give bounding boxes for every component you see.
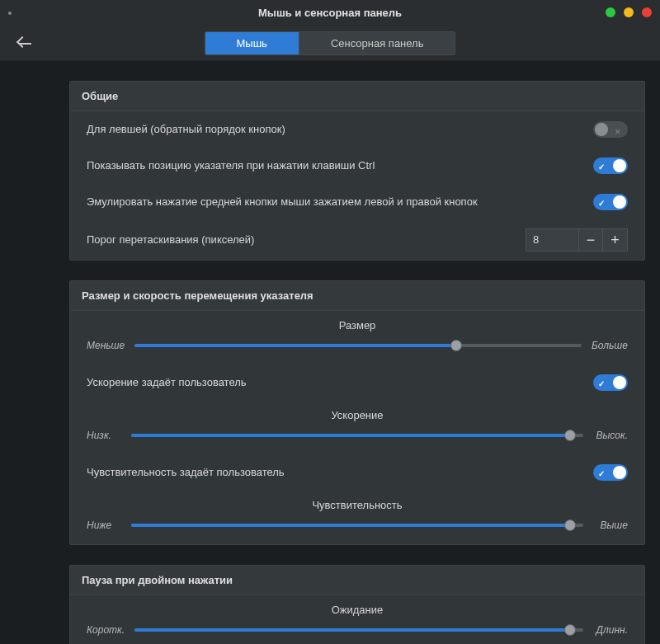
window-menu-icon[interactable] — [8, 12, 12, 15]
pointer-size-min-label: Меньше — [87, 340, 125, 351]
stepper-plus-button[interactable]: + — [603, 228, 628, 251]
toggle-on-icon — [598, 160, 605, 172]
pointer-accel-slider[interactable] — [131, 434, 583, 437]
settings-window: Мышь и сенсорная панель Мышь Сенсорная п… — [0, 0, 660, 644]
custom-sens-toggle[interactable] — [593, 464, 628, 481]
double-click-timeout-title: Ожидание — [87, 604, 628, 616]
section-general: Общие Для левшей (обратный порядок кнопо… — [69, 81, 645, 261]
block-double-click-timeout: Ожидание Коротк. Длинн. — [70, 595, 644, 644]
drag-threshold-stepper: 8 − + — [526, 228, 628, 251]
row-custom-sens: Чувствительность задаёт пользователь — [70, 454, 644, 491]
toggle-knob-icon — [613, 159, 626, 172]
content-area: Общие Для левшей (обратный порядок кнопо… — [0, 61, 660, 644]
slider-thumb-icon[interactable] — [564, 624, 576, 636]
pointer-size-title: Размер — [87, 319, 628, 331]
row-middle-click-emulate: Эмулировать нажатие средней кнопки мыши … — [70, 184, 644, 220]
back-arrow-icon — [16, 36, 28, 48]
close-button[interactable] — [642, 7, 652, 17]
section-general-header: Общие — [70, 82, 644, 111]
custom-sens-label: Чувствительность задаёт пользователь — [87, 465, 577, 480]
slider-fill — [134, 344, 456, 347]
toggle-off-icon — [615, 125, 623, 133]
pointer-size-slider[interactable] — [134, 344, 582, 347]
slider-thumb-icon[interactable] — [450, 340, 462, 351]
titlebar: Мышь и сенсорная панель — [0, 0, 660, 26]
pointer-sens-slider[interactable] — [131, 524, 583, 527]
custom-accel-label: Ускорение задаёт пользователь — [87, 375, 577, 390]
toggle-on-icon — [598, 196, 605, 209]
row-custom-accel: Ускорение задаёт пользователь — [70, 364, 644, 401]
section-pointer: Размер и скорость перемещения указателя … — [69, 280, 645, 545]
pointer-accel-max-label: Высок. — [593, 430, 628, 441]
row-drag-threshold: Порог перетаскивания (пикселей) 8 − + — [70, 220, 644, 260]
row-left-handed: Для левшей (обратный порядок кнопок) — [70, 111, 644, 148]
tab-touchpad[interactable]: Сенсорная панель — [299, 32, 455, 54]
slider-fill — [131, 524, 570, 527]
show-pointer-ctrl-toggle[interactable] — [593, 157, 628, 174]
tab-mouse[interactable]: Мышь — [205, 32, 299, 54]
pointer-sens-min-label: Ниже — [87, 519, 121, 531]
section-pointer-header: Размер и скорость перемещения указателя — [70, 281, 644, 311]
slider-fill — [131, 434, 570, 437]
slider-fill — [134, 628, 570, 632]
double-click-timeout-slider[interactable] — [134, 628, 583, 632]
slider-thumb-icon[interactable] — [564, 519, 576, 531]
toolbar: Мышь Сенсорная панель — [0, 26, 660, 61]
toggle-knob-icon — [613, 466, 626, 479]
pointer-size-max-label: Больше — [592, 340, 628, 351]
pointer-sens-max-label: Выше — [593, 519, 628, 531]
toggle-knob-icon — [613, 195, 626, 209]
section-double-click-header: Пауза при двойном нажатии — [70, 566, 644, 595]
tab-switcher: Мышь Сенсорная панель — [205, 31, 456, 55]
toggle-on-icon — [598, 377, 605, 389]
pointer-accel-title: Ускорение — [87, 409, 628, 421]
double-click-timeout-max-label: Длинн. — [593, 624, 628, 636]
pointer-accel-min-label: Низк. — [87, 430, 121, 441]
minimize-button[interactable] — [606, 7, 615, 17]
left-handed-label: Для левшей (обратный порядок кнопок) — [87, 122, 577, 137]
drag-threshold-label: Порог перетаскивания (пикселей) — [87, 233, 509, 247]
block-pointer-size: Размер Меньше Больше — [70, 311, 644, 364]
toggle-knob-icon — [613, 376, 626, 389]
pointer-sens-title: Чувствительность — [87, 499, 628, 511]
back-button[interactable] — [18, 36, 33, 51]
window-controls — [606, 7, 652, 17]
left-handed-toggle[interactable] — [593, 121, 628, 138]
toggle-on-icon — [598, 467, 605, 479]
stepper-minus-button[interactable]: − — [578, 228, 603, 251]
toggle-knob-icon — [595, 123, 608, 136]
slider-thumb-icon[interactable] — [564, 430, 576, 441]
section-double-click: Пауза при двойном нажатии Ожидание Корот… — [69, 565, 645, 644]
window-title: Мышь и сенсорная панель — [258, 7, 402, 19]
double-click-timeout-min-label: Коротк. — [87, 624, 125, 636]
row-show-pointer-ctrl: Показывать позицию указателя при нажатии… — [70, 148, 644, 184]
middle-click-emulate-label: Эмулировать нажатие средней кнопки мыши … — [87, 195, 577, 209]
middle-click-emulate-toggle[interactable] — [593, 194, 628, 210]
custom-accel-toggle[interactable] — [593, 374, 628, 391]
block-pointer-sens: Чувствительность Ниже Выше — [70, 491, 644, 544]
block-pointer-accel: Ускорение Низк. Высок. — [70, 401, 644, 454]
drag-threshold-value[interactable]: 8 — [526, 228, 578, 251]
show-pointer-ctrl-label: Показывать позицию указателя при нажатии… — [87, 158, 577, 173]
maximize-button[interactable] — [624, 7, 634, 17]
